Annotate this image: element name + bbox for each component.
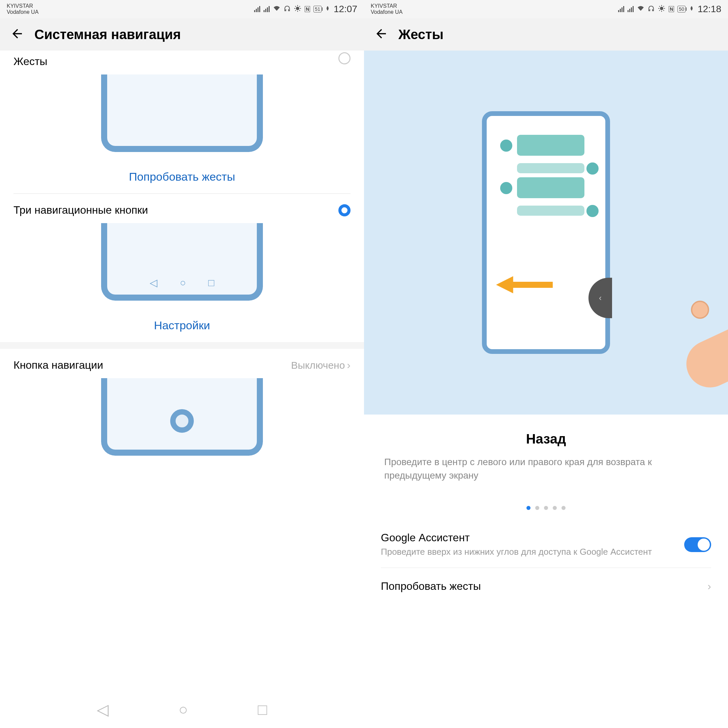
nav-button-illustration <box>0 375 364 459</box>
dot <box>535 506 539 510</box>
back-icon[interactable] <box>374 27 388 42</box>
option-label: Кнопка навигации <box>14 359 103 372</box>
gesture-description: Проведите в центр с левого или правого к… <box>384 455 708 482</box>
try-label: Попробовать жесты <box>381 580 481 592</box>
try-gestures-link[interactable]: Попробовать жесты <box>0 155 364 193</box>
carrier-2: Vodafone UA <box>7 9 38 15</box>
signal-icon <box>263 6 270 12</box>
dot <box>544 506 548 510</box>
carrier-1: KYIVSTAR <box>371 3 402 9</box>
toggle-on[interactable] <box>684 537 711 552</box>
nav-recent-icon: □ <box>208 277 214 289</box>
setting-title: Google Ассистент <box>381 532 684 544</box>
status-bar: KYIVSTAR Vodafone UA N 51 12:07 <box>0 0 364 18</box>
signal-icon <box>254 6 260 12</box>
nav-circle-icon <box>170 409 194 433</box>
eye-comfort-icon <box>658 5 665 14</box>
radio-unselected-icon[interactable] <box>338 52 350 64</box>
sys-home-icon[interactable]: ○ <box>179 700 188 719</box>
dot <box>553 506 557 510</box>
app-header: Системная навигация <box>0 18 364 50</box>
dot <box>561 506 566 510</box>
arrow-left-icon: ◀ <box>497 271 513 295</box>
three-button-illustration: ◁ ○ □ <box>0 220 364 304</box>
carrier-1: KYIVSTAR <box>7 3 38 9</box>
nfc-icon: N <box>305 6 310 12</box>
radio-selected-icon[interactable] <box>338 204 350 216</box>
app-header: Жесты <box>364 18 728 50</box>
sys-recent-icon[interactable]: □ <box>258 700 267 719</box>
screen-gestures: KYIVSTAR Vodafone UA N 50 12:18 <box>364 0 728 728</box>
battery-icon: 50 <box>678 6 685 12</box>
divider <box>381 567 711 568</box>
option-three-buttons[interactable]: Три навигационные кнопки <box>0 194 364 220</box>
option-label: Жесты <box>14 55 47 68</box>
time-label: 12:07 <box>334 4 357 14</box>
gesture-tutorial-illustration: ‹ ◀ <box>364 50 728 414</box>
carrier-2: Vodafone UA <box>371 9 402 15</box>
headphone-icon <box>284 5 291 14</box>
option-label: Три навигационные кнопки <box>14 204 148 216</box>
svg-point-1 <box>660 7 663 10</box>
settings-link[interactable]: Настройки <box>0 304 364 342</box>
page-indicator[interactable] <box>364 492 728 523</box>
sys-back-icon[interactable]: ◁ <box>97 700 109 719</box>
dot-active <box>526 506 531 510</box>
eye-comfort-icon <box>294 5 301 14</box>
signal-icon <box>618 6 624 12</box>
leaf-icon <box>689 5 694 13</box>
section-gap <box>0 342 364 349</box>
gesture-info: Назад Проведите в центр с левого или пра… <box>364 414 728 492</box>
finger-illustration <box>647 293 728 381</box>
google-assistant-setting[interactable]: Google Ассистент Проведите вверх из нижн… <box>364 523 728 566</box>
system-nav-bar: ◁ ○ □ <box>0 691 364 728</box>
svg-point-0 <box>296 7 299 10</box>
wifi-icon <box>273 5 280 13</box>
leaf-icon <box>325 5 330 13</box>
wifi-icon <box>637 5 644 13</box>
status-text: Выключено <box>291 359 345 371</box>
headphone-icon <box>648 5 655 14</box>
screen-system-navigation: KYIVSTAR Vodafone UA N 51 12:07 <box>0 0 364 728</box>
page-title: Системная навигация <box>34 27 181 42</box>
gesture-illustration <box>0 71 364 155</box>
nfc-icon: N <box>669 6 674 12</box>
chevron-right-icon: › <box>707 580 711 592</box>
time-label: 12:18 <box>698 4 721 14</box>
status-bar: KYIVSTAR Vodafone UA N 50 12:18 <box>364 0 728 18</box>
gesture-title: Назад <box>384 431 708 447</box>
back-icon[interactable] <box>10 27 24 42</box>
battery-icon: 51 <box>314 6 321 12</box>
try-gestures-row[interactable]: Попробовать жесты › <box>364 570 728 603</box>
edge-indicator-icon: ‹ <box>589 278 612 318</box>
page-title: Жесты <box>398 27 444 42</box>
option-nav-button[interactable]: Кнопка навигации Выключено › <box>0 349 364 375</box>
setting-desc: Проведите вверх из нижних углов для дост… <box>381 546 684 557</box>
chevron-right-icon: › <box>347 359 350 372</box>
signal-icon <box>627 6 634 12</box>
option-gestures[interactable]: Жесты <box>0 50 364 71</box>
nav-home-icon: ○ <box>180 277 186 289</box>
nav-back-icon: ◁ <box>150 277 158 289</box>
